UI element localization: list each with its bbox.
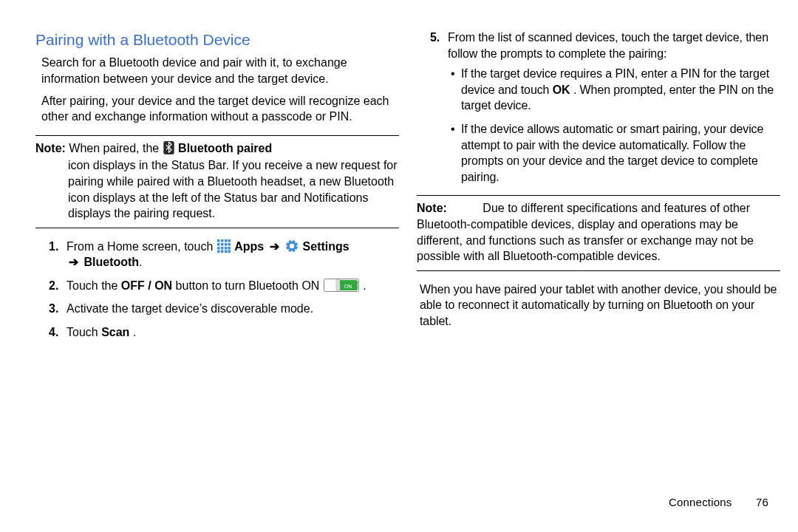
step3-text: Activate the target device’s discoverabl… [66, 302, 313, 315]
note-block-2: Note: Due to different specifications an… [417, 195, 780, 270]
svg-rect-15 [225, 250, 228, 253]
svg-rect-6 [221, 243, 224, 246]
svg-rect-7 [225, 243, 228, 246]
note-block-1: Note: When paired, the Bluetooth paired … [35, 135, 399, 228]
intro-paragraph-1: Search for a Bluetooth device and pair w… [41, 55, 399, 86]
step5-intro: From the list of scanned devices, touch … [448, 31, 768, 60]
ok-label: OK [553, 83, 570, 96]
svg-rect-11 [225, 247, 228, 250]
step-3: 3. Activate the target device’s discover… [49, 301, 399, 317]
apps-label: Apps [234, 240, 264, 253]
svg-rect-8 [228, 243, 231, 246]
bullet-1: If the target device requires a PIN, ent… [451, 66, 780, 114]
svg-rect-10 [221, 247, 224, 250]
step-number: 3. [49, 301, 58, 317]
intro-paragraph-2: After pairing, your device and the targe… [41, 93, 399, 125]
svg-rect-5 [217, 243, 220, 246]
step-1: 1. From a Home screen, touch Apps [49, 239, 399, 270]
footer-section: Connections [669, 496, 732, 508]
step-5: 5. From the list of scanned devices, tou… [430, 30, 780, 185]
step-number: 1. [49, 239, 58, 255]
step2-c: . [363, 279, 366, 292]
footer-page-number: 76 [756, 496, 768, 508]
note-body-1: icon displays in the Status Bar. If you … [68, 157, 399, 221]
settings-gear-icon [285, 239, 299, 253]
step2-bold: OFF / ON [121, 279, 172, 292]
step2-a: Touch the [66, 279, 121, 292]
svg-rect-1 [217, 239, 220, 242]
svg-rect-30 [336, 279, 340, 290]
step1-text-a: From a Home screen, touch [66, 240, 216, 253]
arrow-icon: ➔ [66, 256, 81, 268]
step-number: 2. [49, 278, 58, 294]
step-4: 4. Touch Scan . [49, 324, 399, 341]
step-number: 5. [430, 30, 440, 46]
scan-label: Scan [101, 326, 129, 338]
svg-text:ON: ON [344, 283, 352, 288]
bluetooth-label: Bluetooth [83, 256, 139, 268]
svg-rect-13 [217, 250, 220, 253]
svg-rect-2 [221, 239, 224, 242]
svg-rect-12 [228, 247, 231, 250]
step5-bullets: If the target device requires a PIN, ent… [451, 66, 780, 185]
step4-a: Touch [66, 326, 101, 338]
bluetooth-icon [163, 141, 174, 154]
steps-list-continued: 5. From the list of scanned devices, tou… [430, 30, 780, 185]
step-2: 2. Touch the OFF / ON button to turn Blu… [49, 278, 399, 294]
right-column: 5. From the list of scanned devices, tou… [417, 30, 780, 348]
svg-rect-16 [228, 250, 231, 253]
section-heading: Pairing with a Bluetooth Device [35, 30, 399, 50]
bullet-2: If the device allows automatic or smart … [451, 121, 780, 185]
closing-paragraph: When you have paired your tablet with an… [420, 282, 780, 330]
note-label: Note: [417, 202, 447, 214]
svg-rect-3 [225, 239, 228, 242]
page-footer: Connections 76 [669, 495, 768, 510]
apps-grid-icon [217, 239, 231, 253]
svg-rect-9 [217, 247, 220, 250]
arrow-icon: ➔ [267, 240, 282, 253]
step4-c: . [133, 326, 136, 338]
note-text-before-icon: When paired, the [69, 142, 159, 154]
manual-page: Pairing with a Bluetooth Device Search f… [0, 0, 798, 532]
toggle-on-icon: ON [324, 279, 359, 292]
left-column: Pairing with a Bluetooth Device Search f… [35, 30, 399, 348]
two-column-layout: Pairing with a Bluetooth Device Search f… [35, 30, 780, 348]
svg-rect-4 [228, 239, 231, 242]
step2-b: button to turn Bluetooth ON [176, 279, 323, 292]
settings-label: Settings [303, 240, 349, 253]
svg-point-18 [290, 243, 294, 248]
note-bold-term: Bluetooth paired [178, 142, 272, 154]
step-number: 4. [49, 324, 58, 341]
steps-list: 1. From a Home screen, touch Apps [49, 239, 399, 341]
note-body-2: Due to different specifications and feat… [417, 202, 754, 262]
svg-rect-14 [221, 250, 224, 253]
note-label: Note: [35, 142, 66, 154]
